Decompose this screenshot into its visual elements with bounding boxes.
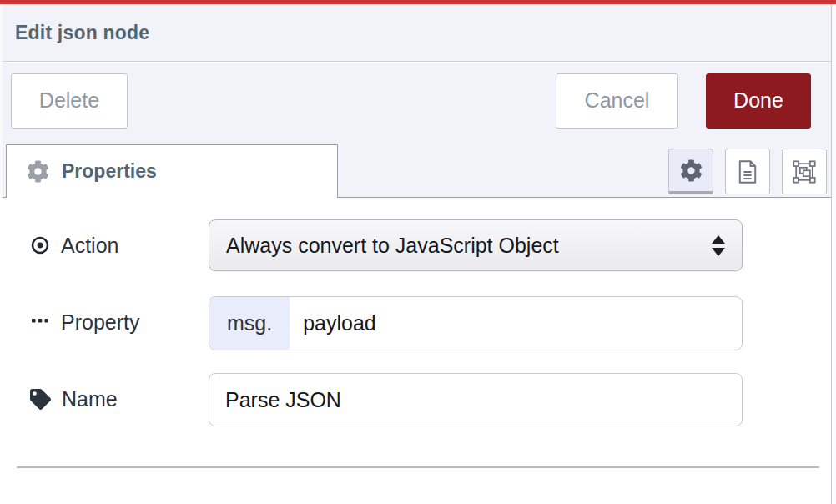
- tab-bar: Properties: [0, 139, 831, 198]
- name-label: Name: [62, 387, 118, 411]
- tab-properties[interactable]: Properties: [6, 144, 338, 198]
- gear-icon: [680, 159, 703, 182]
- property-label: Property: [61, 310, 139, 335]
- property-value-input[interactable]: [290, 297, 742, 350]
- dialog-header: Edit json node: [0, 4, 831, 62]
- panel-right-edge: [831, 4, 836, 504]
- section-divider: [17, 466, 819, 468]
- action-select-value: Always convert to JavaScript Object: [226, 234, 559, 258]
- dialog-body: Action Always convert to JavaScript Obje…: [0, 198, 831, 504]
- file-text-icon: [736, 159, 759, 184]
- action-label-group: Action: [30, 219, 118, 271]
- gear-icon: [27, 160, 49, 183]
- appearance-icon: [792, 159, 817, 184]
- form-row-property: Property msg.: [0, 296, 831, 348]
- workspace-top-edge: [0, 0, 836, 4]
- form-row-name: Name: [0, 373, 831, 425]
- property-type-prefix[interactable]: msg.: [209, 297, 290, 350]
- delete-button[interactable]: Delete: [11, 73, 128, 129]
- ellipsis-icon: [30, 312, 50, 332]
- form-row-action: Action Always convert to JavaScript Obje…: [0, 219, 831, 271]
- property-input: msg.: [209, 296, 743, 350]
- name-label-group: Name: [30, 373, 118, 425]
- tab-properties-label: Properties: [62, 160, 157, 183]
- tag-icon: [30, 389, 51, 410]
- dot-circle-icon: [30, 235, 50, 255]
- property-label-group: Property: [30, 296, 139, 348]
- action-select[interactable]: Always convert to JavaScript Object: [209, 219, 743, 271]
- select-arrows-icon: [712, 235, 725, 256]
- tab-icon-buttons: [668, 149, 827, 194]
- dialog-title: Edit json node: [15, 22, 149, 44]
- done-button[interactable]: Done: [706, 73, 811, 129]
- panel-left-edge: [0, 4, 3, 199]
- cancel-button[interactable]: Cancel: [556, 73, 678, 129]
- action-label: Action: [61, 234, 118, 258]
- name-input[interactable]: [209, 373, 743, 426]
- dialog-toolbar: Delete Cancel Done: [0, 63, 831, 139]
- node-description-button[interactable]: [725, 149, 770, 194]
- node-appearance-button[interactable]: [782, 149, 827, 194]
- node-properties-button[interactable]: [668, 149, 713, 194]
